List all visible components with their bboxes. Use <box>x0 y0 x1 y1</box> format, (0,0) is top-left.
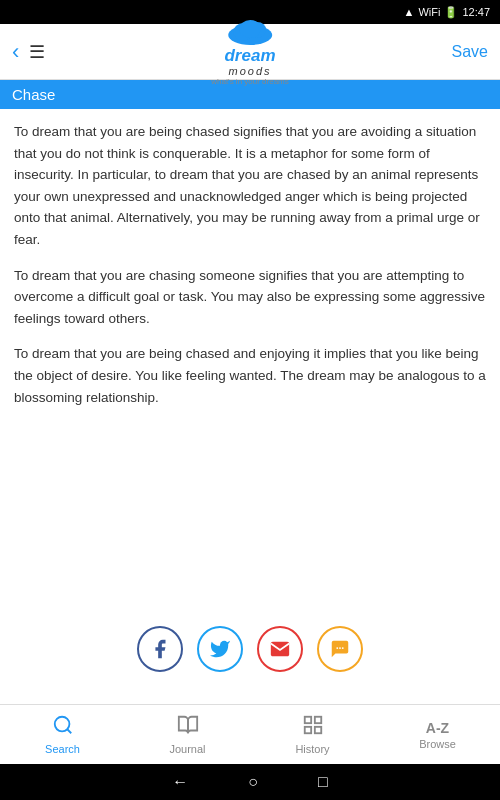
nav-journal[interactable]: Journal <box>125 705 250 764</box>
system-recent-button[interactable]: □ <box>318 773 328 791</box>
system-home-button[interactable]: ○ <box>248 773 258 791</box>
time-display: 12:47 <box>462 6 490 18</box>
twitter-share-button[interactable] <box>197 626 243 672</box>
save-button[interactable]: Save <box>452 43 488 61</box>
comment-icon <box>329 638 351 660</box>
logo-cloud-wrapper: dream moods what's in your dreams <box>211 17 289 87</box>
svg-rect-10 <box>314 717 320 723</box>
paragraph-1: To dream that you are being chased signi… <box>14 121 486 251</box>
facebook-icon <box>149 638 171 660</box>
back-button[interactable]: ‹ <box>12 39 19 65</box>
history-icon <box>302 714 324 741</box>
svg-point-5 <box>339 647 341 649</box>
menu-button[interactable]: ☰ <box>29 41 45 63</box>
section-title: Chase <box>12 86 55 103</box>
system-nav: ← ○ □ <box>0 764 500 800</box>
nav-history[interactable]: History <box>250 705 375 764</box>
logo-dream: dream <box>211 47 289 66</box>
nav-search[interactable]: Search <box>0 705 125 764</box>
paragraph-3: To dream that you are being chased and e… <box>14 343 486 408</box>
comment-share-button[interactable] <box>317 626 363 672</box>
app-logo: dream moods what's in your dreams <box>211 17 289 87</box>
svg-point-6 <box>342 647 344 649</box>
search-label: Search <box>45 743 80 755</box>
system-back-button[interactable]: ← <box>172 773 188 791</box>
logo-moods: moods <box>211 65 289 77</box>
twitter-icon <box>209 638 231 660</box>
svg-point-4 <box>336 647 338 649</box>
cloud-icon <box>223 17 277 47</box>
logo-tagline: what's in your dreams <box>211 78 289 87</box>
svg-point-3 <box>239 20 261 38</box>
journal-label: Journal <box>169 743 205 755</box>
svg-rect-11 <box>314 727 320 733</box>
top-nav: ‹ ☰ dream moods what's in your dreams Sa… <box>0 24 500 80</box>
search-icon <box>52 714 74 741</box>
nav-browse[interactable]: A-Z Browse <box>375 705 500 764</box>
svg-point-7 <box>54 717 69 732</box>
logo-text: dream moods what's in your dreams <box>211 47 289 87</box>
svg-rect-9 <box>304 717 310 723</box>
battery-icon: 🔋 <box>444 6 458 19</box>
content-area: To dream that you are being chased signi… <box>0 109 500 704</box>
browse-icon: A-Z <box>426 720 449 736</box>
bottom-nav: Search Journal History A-Z Browse <box>0 704 500 764</box>
status-icons: ▲ WiFi 🔋 12:47 <box>404 6 490 19</box>
facebook-share-button[interactable] <box>137 626 183 672</box>
svg-line-8 <box>67 729 71 733</box>
social-share-area <box>14 596 486 692</box>
journal-icon <box>177 714 199 741</box>
email-icon <box>269 638 291 660</box>
nav-left: ‹ ☰ <box>12 39 45 65</box>
svg-rect-12 <box>304 727 310 733</box>
history-label: History <box>295 743 329 755</box>
email-share-button[interactable] <box>257 626 303 672</box>
paragraph-2: To dream that you are chasing someone si… <box>14 265 486 330</box>
browse-label: Browse <box>419 738 456 750</box>
signal-icon: ▲ <box>404 6 415 18</box>
wifi-icon: WiFi <box>418 6 440 18</box>
